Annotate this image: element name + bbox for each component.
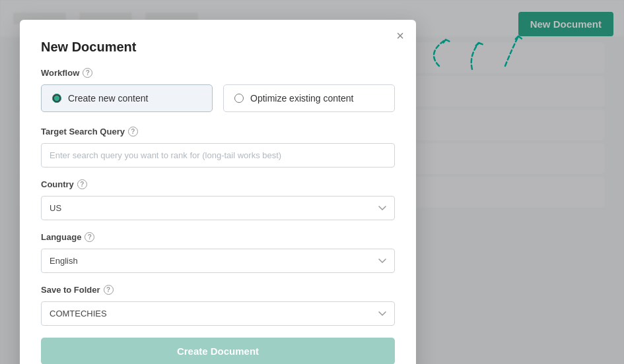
modal-title: New Document (41, 40, 395, 55)
language-field-group: Language ? English Spanish French German… (41, 232, 395, 273)
target-search-input[interactable] (41, 143, 395, 167)
workflow-radio-create[interactable] (52, 94, 61, 103)
save-folder-help-icon[interactable]: ? (104, 285, 114, 295)
save-folder-select[interactable]: COMTECHIES My Documents Drafts (41, 301, 395, 326)
workflow-create-new[interactable]: Create new content (41, 84, 213, 112)
workflow-label: Workflow ? (41, 68, 395, 78)
save-folder-label: Save to Folder ? (41, 285, 395, 295)
country-label: Country ? (41, 179, 395, 189)
workflow-help-icon[interactable]: ? (83, 68, 92, 78)
target-search-field-group: Target Search Query ? (41, 127, 395, 167)
workflow-radio-optimize[interactable] (234, 94, 244, 103)
language-label: Language ? (41, 232, 395, 242)
modal-close-button[interactable]: × (396, 29, 404, 42)
country-select[interactable]: US UK CA AU DE FR (41, 196, 395, 220)
target-search-label: Target Search Query ? (41, 127, 395, 136)
language-select[interactable]: English Spanish French German Portuguese (41, 249, 395, 273)
country-help-icon[interactable]: ? (77, 179, 87, 189)
target-search-help-icon[interactable]: ? (128, 127, 138, 136)
language-help-icon[interactable]: ? (85, 232, 94, 242)
workflow-optimize[interactable]: Optimize existing content (223, 84, 395, 112)
create-document-button[interactable]: Create Document (41, 338, 395, 364)
country-field-group: Country ? US UK CA AU DE FR (41, 179, 395, 220)
workflow-field-group: Workflow ? Create new content Optimize e… (41, 68, 395, 112)
modal-dialog: × New Document Workflow ? Create new con… (20, 20, 416, 364)
workflow-options: Create new content Optimize existing con… (41, 84, 395, 112)
modal-backdrop: × New Document Workflow ? Create new con… (0, 0, 624, 364)
save-folder-field-group: Save to Folder ? COMTECHIES My Documents… (41, 285, 395, 326)
